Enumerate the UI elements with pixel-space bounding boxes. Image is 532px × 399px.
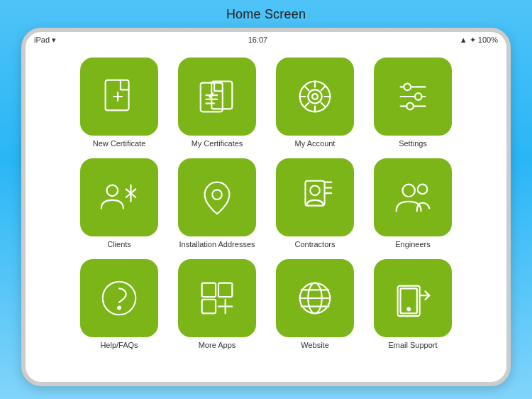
my-account-icon [293, 75, 337, 119]
help-faqs-icon [97, 276, 141, 320]
settings-tile[interactable] [374, 58, 452, 136]
new-certificate-label: New Certificate [93, 139, 146, 148]
svg-line-17 [321, 86, 326, 90]
svg-point-24 [406, 103, 414, 110]
grid-item-engineers[interactable]: Engineers [370, 158, 455, 249]
more-apps-icon [195, 276, 239, 320]
svg-point-51 [407, 308, 410, 311]
engineers-label: Engineers [395, 240, 431, 249]
grid-item-my-account[interactable]: My Account [272, 58, 358, 148]
svg-point-29 [212, 190, 222, 200]
grid-item-more-apps[interactable]: More Apps [174, 259, 260, 350]
website-tile[interactable] [276, 259, 354, 337]
email-support-label: Email Support [388, 341, 437, 350]
svg-point-10 [312, 94, 318, 99]
clients-tile[interactable] [80, 158, 158, 236]
status-bar: iPad ▾ 16:07 ▲ ✦ 100% [26, 32, 506, 48]
new-certificate-tile[interactable] [80, 58, 158, 136]
email-support-tile[interactable] [374, 259, 452, 337]
svg-line-16 [321, 103, 326, 107]
tablet-content: New Certificate My Certificates [26, 48, 506, 382]
svg-point-25 [107, 185, 118, 197]
grid-item-new-certificate[interactable]: New Certificate [77, 58, 162, 148]
my-certificates-label: My Certificates [192, 139, 243, 148]
svg-point-37 [118, 307, 121, 310]
svg-line-15 [304, 86, 309, 90]
installation-addresses-icon [195, 175, 239, 219]
help-faqs-tile[interactable] [80, 259, 158, 337]
grid-item-settings[interactable]: Settings [370, 58, 455, 148]
more-apps-label: More Apps [199, 341, 236, 350]
website-icon [293, 276, 337, 320]
contractors-icon [293, 175, 337, 219]
svg-rect-40 [218, 283, 232, 297]
svg-rect-39 [202, 283, 216, 297]
clients-label: Clients [107, 240, 131, 249]
installation-addresses-tile[interactable] [178, 158, 256, 236]
grid-item-website[interactable]: Website [272, 259, 358, 350]
svg-point-23 [415, 93, 422, 100]
status-right: ▲ ✦ 100% [460, 35, 498, 45]
grid-item-clients[interactable]: Clients [77, 158, 162, 249]
svg-point-22 [404, 84, 411, 91]
my-account-label: My Account [295, 139, 336, 148]
svg-rect-41 [202, 300, 216, 313]
clients-icon [97, 175, 141, 219]
svg-point-36 [418, 185, 428, 195]
settings-icon [391, 75, 435, 119]
grid-item-my-certificates[interactable]: My Certificates [174, 58, 260, 148]
status-time: 16:07 [248, 35, 268, 44]
more-apps-tile[interactable] [178, 259, 256, 337]
help-faqs-label: Help/FAQs [100, 341, 138, 350]
my-account-tile[interactable] [276, 58, 354, 136]
my-certificates-icon [195, 75, 239, 119]
my-certificates-tile[interactable] [178, 58, 256, 136]
new-certificate-icon [97, 75, 141, 119]
status-icons: ▲ ✦ 100% [460, 35, 498, 45]
icon-grid: New Certificate My Certificates [77, 58, 455, 351]
svg-point-35 [402, 185, 414, 197]
svg-point-31 [310, 186, 320, 196]
status-left: iPad ▾ [34, 35, 56, 45]
ipad-label: iPad ▾ [34, 35, 56, 45]
grid-item-help-faqs[interactable]: Help/FAQs [77, 259, 162, 350]
grid-item-email-support[interactable]: Email Support [370, 259, 455, 350]
page-title: Home Screen [226, 0, 306, 28]
email-support-icon [391, 276, 435, 320]
tablet-frame: iPad ▾ 16:07 ▲ ✦ 100% New Certificate [21, 28, 511, 386]
engineers-icon [391, 175, 435, 219]
grid-item-contractors[interactable]: Contractors [272, 158, 358, 249]
svg-line-18 [304, 103, 309, 107]
engineers-tile[interactable] [374, 158, 452, 236]
grid-item-installation-addresses[interactable]: Installation Addresses [174, 158, 260, 249]
settings-label: Settings [399, 139, 427, 148]
installation-addresses-label: Installation Addresses [179, 240, 255, 249]
svg-point-9 [308, 89, 321, 103]
contractors-label: Contractors [295, 240, 336, 249]
contractors-tile[interactable] [276, 158, 354, 236]
website-label: Website [301, 341, 329, 350]
